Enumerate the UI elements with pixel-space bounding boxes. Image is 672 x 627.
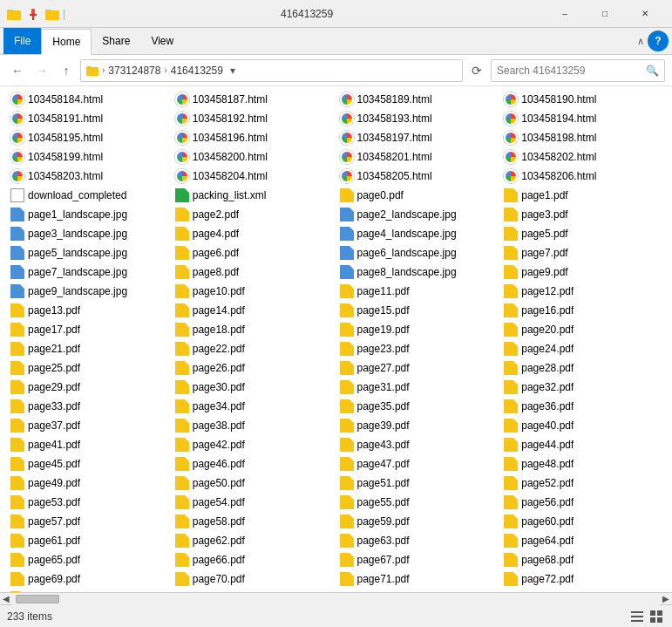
list-item[interactable]: page17.pdf <box>7 320 172 339</box>
list-item[interactable]: page66.pdf <box>172 550 336 569</box>
list-item[interactable]: 103458201.html <box>336 147 501 167</box>
list-item[interactable]: packing_list.xml <box>172 186 336 205</box>
list-item[interactable]: page7.pdf <box>500 243 665 262</box>
list-item[interactable]: 103458195.html <box>7 128 172 147</box>
list-item[interactable]: page56.pdf <box>500 493 665 512</box>
list-item[interactable]: 103458187.html <box>172 90 336 109</box>
list-item[interactable]: page30.pdf <box>172 378 336 397</box>
tab-file[interactable]: File <box>3 28 41 54</box>
scroll-left-button[interactable]: ◀ <box>0 593 12 605</box>
list-item[interactable]: 103458190.html <box>500 90 665 109</box>
scroll-track[interactable] <box>12 593 660 605</box>
list-item[interactable]: page33.pdf <box>7 397 172 416</box>
list-item[interactable]: page45.pdf <box>7 454 172 474</box>
list-item[interactable]: page49.pdf <box>7 474 172 493</box>
list-item[interactable]: download_completed <box>7 186 172 205</box>
list-item[interactable]: page6_landscape.jpg <box>336 243 501 262</box>
list-item[interactable]: page8_landscape.jpg <box>336 262 501 282</box>
list-item[interactable]: page16.pdf <box>500 301 665 320</box>
list-item[interactable]: page2_landscape.jpg <box>336 205 501 224</box>
list-item[interactable]: page22.pdf <box>172 339 336 358</box>
search-input[interactable] <box>497 65 646 77</box>
list-item[interactable]: page52.pdf <box>500 474 665 493</box>
list-item[interactable]: page50.pdf <box>172 474 336 493</box>
list-item[interactable]: 103458205.html <box>336 167 501 186</box>
list-item[interactable]: page2.pdf <box>172 205 336 224</box>
list-item[interactable]: page31.pdf <box>336 378 501 397</box>
list-item[interactable]: 103458191.html <box>7 109 172 128</box>
list-item[interactable]: page38.pdf <box>172 416 336 435</box>
list-item[interactable]: 103458202.html <box>500 147 665 167</box>
list-item[interactable]: 103458198.html <box>500 128 665 147</box>
forward-button[interactable]: → <box>31 60 52 81</box>
list-item[interactable]: page1_landscape.jpg <box>7 205 172 224</box>
list-item[interactable]: page23.pdf <box>336 339 501 358</box>
list-item[interactable]: page36.pdf <box>500 397 665 416</box>
list-item[interactable]: page47.pdf <box>336 454 501 474</box>
tab-share[interactable]: Share <box>92 28 140 54</box>
list-item[interactable]: page58.pdf <box>172 512 336 531</box>
list-item[interactable]: page6.pdf <box>172 243 336 262</box>
list-item[interactable]: page19.pdf <box>336 320 501 339</box>
list-item[interactable]: page13.pdf <box>7 301 172 320</box>
list-item[interactable]: page69.pdf <box>7 569 172 589</box>
list-item[interactable]: 103458192.html <box>172 109 336 128</box>
list-item[interactable]: page51.pdf <box>336 474 501 493</box>
list-item[interactable]: page7_landscape.jpg <box>7 262 172 282</box>
list-item[interactable]: page67.pdf <box>336 550 501 569</box>
list-item[interactable]: page5.pdf <box>500 224 665 243</box>
breadcrumb-dropdown[interactable]: ▾ <box>230 65 235 77</box>
list-item[interactable]: 103458204.html <box>172 167 336 186</box>
list-item[interactable]: page10.pdf <box>172 282 336 301</box>
list-item[interactable]: page55.pdf <box>336 493 501 512</box>
list-item[interactable]: page29.pdf <box>7 378 172 397</box>
list-item[interactable]: page15.pdf <box>336 301 501 320</box>
list-item[interactable]: page37.pdf <box>7 416 172 435</box>
list-item[interactable]: 103458189.html <box>336 90 501 109</box>
list-item[interactable]: page71.pdf <box>336 569 501 589</box>
list-item[interactable]: 103458194.html <box>500 109 665 128</box>
close-button[interactable]: ✕ <box>625 0 665 28</box>
list-item[interactable]: page9_landscape.jpg <box>7 282 172 301</box>
list-item[interactable]: page57.pdf <box>7 512 172 531</box>
list-item[interactable]: 103458193.html <box>336 109 501 128</box>
details-view-icon[interactable] <box>628 608 646 625</box>
list-item[interactable]: page18.pdf <box>172 320 336 339</box>
list-item[interactable]: page35.pdf <box>336 397 501 416</box>
list-item[interactable]: page1.pdf <box>500 186 665 205</box>
list-item[interactable]: page48.pdf <box>500 454 665 474</box>
list-item[interactable]: 103458206.html <box>500 167 665 186</box>
list-item[interactable]: page3_landscape.jpg <box>7 224 172 243</box>
list-item[interactable]: page32.pdf <box>500 378 665 397</box>
tab-view[interactable]: View <box>140 28 184 54</box>
list-item[interactable]: page68.pdf <box>500 550 665 569</box>
list-item[interactable]: page34.pdf <box>172 397 336 416</box>
list-item[interactable]: page64.pdf <box>500 531 665 550</box>
list-item[interactable]: page21.pdf <box>7 339 172 358</box>
list-item[interactable]: page4.pdf <box>172 224 336 243</box>
list-item[interactable]: page28.pdf <box>500 358 665 378</box>
horizontal-scrollbar[interactable]: ◀ ▶ <box>0 592 672 604</box>
large-icons-view-icon[interactable] <box>648 608 665 625</box>
list-item[interactable]: page12.pdf <box>500 282 665 301</box>
list-item[interactable]: 103458200.html <box>172 147 336 167</box>
list-item[interactable]: page42.pdf <box>172 435 336 454</box>
maximize-button[interactable]: □ <box>585 0 625 28</box>
help-button[interactable]: ? <box>648 31 669 51</box>
list-item[interactable]: page14.pdf <box>172 301 336 320</box>
list-item[interactable]: page46.pdf <box>172 454 336 474</box>
list-item[interactable]: page54.pdf <box>172 493 336 512</box>
list-item[interactable]: page65.pdf <box>7 550 172 569</box>
search-icon[interactable]: 🔍 <box>646 65 659 77</box>
list-item[interactable]: page63.pdf <box>336 531 501 550</box>
search-bar[interactable]: 🔍 <box>491 59 665 82</box>
list-item[interactable]: page26.pdf <box>172 358 336 378</box>
list-item[interactable]: page11.pdf <box>336 282 501 301</box>
list-item[interactable]: page20.pdf <box>500 320 665 339</box>
list-item[interactable]: page40.pdf <box>500 416 665 435</box>
refresh-button[interactable]: ⟳ <box>466 60 487 81</box>
list-item[interactable]: page53.pdf <box>7 493 172 512</box>
tab-home[interactable]: Home <box>41 29 92 55</box>
list-item[interactable]: 103458197.html <box>336 128 501 147</box>
list-item[interactable]: 103458199.html <box>7 147 172 167</box>
